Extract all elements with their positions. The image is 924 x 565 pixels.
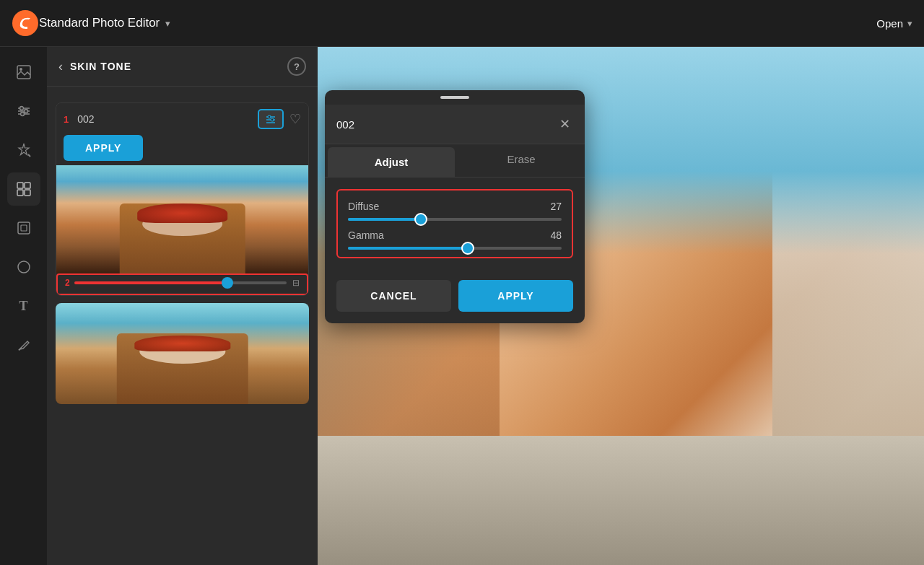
svg-point-22 xyxy=(271,118,274,121)
svg-point-7 xyxy=(19,107,23,110)
topbar: Standard Photo Editor ▾ Open ▾ xyxy=(0,0,924,47)
panel-help-button[interactable]: ? xyxy=(287,57,306,76)
sidebar-item-frame[interactable] xyxy=(7,211,40,245)
tab-adjust[interactable]: Adjust xyxy=(328,147,455,177)
item-apply-button[interactable]: APPLY xyxy=(64,135,143,161)
svg-point-17 xyxy=(18,261,30,273)
modal-dialog: 002 ✕ Adjust Erase xyxy=(325,90,585,323)
text-icon: T xyxy=(19,299,27,314)
open-label[interactable]: Open xyxy=(876,17,903,30)
item-adjust-button[interactable] xyxy=(258,109,284,129)
svg-point-9 xyxy=(20,113,24,116)
svg-point-8 xyxy=(24,110,27,113)
panel-back-button[interactable]: ‹ xyxy=(58,59,63,74)
apply-button[interactable]: APPLY xyxy=(458,280,573,312)
main-area: T ‹ SKIN TONE ? xyxy=(0,47,924,565)
panel-header: ‹ SKIN TONE ? xyxy=(47,47,318,87)
list-item[interactable]: 1 002 ♡ APPLY xyxy=(56,102,309,296)
title-chevron[interactable]: ▾ xyxy=(165,18,170,29)
sidebar-item-adjustments[interactable] xyxy=(7,95,40,128)
panel-list: 1 002 ♡ APPLY xyxy=(47,87,318,565)
svg-point-21 xyxy=(268,115,271,118)
panel-title: SKIN TONE xyxy=(70,61,287,72)
tab-erase[interactable]: Erase xyxy=(458,144,585,177)
item-with-slider: 2 ⊟ xyxy=(56,165,308,295)
svg-rect-15 xyxy=(18,222,30,234)
app-title: Standard Photo Editor xyxy=(39,16,160,30)
modal-body: Diffuse 27 Gamma 4 xyxy=(325,178,585,280)
item-thumbnail-2 xyxy=(56,165,308,273)
item-number-label: 002 xyxy=(77,113,252,125)
sidebar-item-text[interactable]: T xyxy=(7,289,40,323)
item-thumbnail-3 xyxy=(56,303,309,404)
svg-rect-14 xyxy=(25,190,30,196)
svg-rect-13 xyxy=(17,190,23,196)
svg-line-10 xyxy=(28,154,30,157)
modal-close-button[interactable]: ✕ xyxy=(557,115,573,133)
street xyxy=(318,436,924,566)
topbar-right: Open ▾ xyxy=(876,17,912,30)
modal-tabs: Adjust Erase xyxy=(325,144,585,178)
diffuse-slider-group: Diffuse 27 xyxy=(348,201,562,221)
svg-rect-12 xyxy=(25,183,30,188)
photo-area: 002 ✕ Adjust Erase xyxy=(318,47,924,565)
gamma-slider-group: Gamma 48 xyxy=(348,229,562,250)
svg-point-3 xyxy=(19,68,22,71)
open-chevron[interactable]: ▾ xyxy=(907,18,912,29)
app-logo[interactable] xyxy=(12,9,39,37)
svg-rect-11 xyxy=(17,183,23,188)
sidebar-item-circle[interactable] xyxy=(7,250,40,284)
slider-icon: ⊟ xyxy=(292,278,300,288)
slider-badge-2: 2 xyxy=(65,278,70,288)
svg-rect-2 xyxy=(17,66,30,79)
modal-scroll-indicator-area xyxy=(325,90,585,99)
sidebar-item-images[interactable] xyxy=(7,56,40,89)
skin-tone-panel: ‹ SKIN TONE ? xyxy=(47,47,318,565)
diffuse-slider-thumb[interactable] xyxy=(414,213,427,226)
list-item[interactable] xyxy=(56,303,309,404)
diffuse-slider-fill xyxy=(348,218,421,221)
mini-slider-thumb[interactable] xyxy=(222,277,233,289)
item-heart-button[interactable]: ♡ xyxy=(289,111,301,127)
sidebar-item-pen[interactable] xyxy=(7,328,40,362)
gamma-label: Gamma xyxy=(348,229,384,241)
item-slider-row[interactable]: 2 ⊟ xyxy=(56,273,308,295)
diffuse-slider-track[interactable] xyxy=(348,218,562,221)
item-label-bar: 1 002 ♡ xyxy=(56,103,308,135)
diffuse-label: Diffuse xyxy=(348,201,379,212)
gamma-slider-thumb[interactable] xyxy=(461,242,474,255)
app-title-area: Standard Photo Editor ▾ xyxy=(39,16,876,30)
gamma-label-row: Gamma 48 xyxy=(348,229,562,241)
svg-point-0 xyxy=(12,10,38,36)
gamma-slider-track[interactable] xyxy=(348,247,562,250)
modal-title: 002 xyxy=(336,118,557,131)
svg-rect-16 xyxy=(21,225,27,231)
modal-footer: CANCEL APPLY xyxy=(325,280,585,323)
item-apply-area: APPLY xyxy=(56,135,308,165)
cancel-button[interactable]: CANCEL xyxy=(336,280,451,312)
modal-header: 002 ✕ xyxy=(325,105,585,144)
diffuse-value: 27 xyxy=(550,201,562,212)
gamma-value: 48 xyxy=(550,229,562,241)
icon-toolbar: T xyxy=(0,47,47,565)
diffuse-label-row: Diffuse 27 xyxy=(348,201,562,212)
sidebar-item-magic[interactable] xyxy=(7,133,40,167)
mini-slider-track[interactable] xyxy=(74,281,287,284)
item-badge-1: 1 xyxy=(64,114,69,125)
scroll-indicator xyxy=(440,96,469,99)
sliders-section: Diffuse 27 Gamma 4 xyxy=(336,189,573,258)
gamma-slider-fill xyxy=(348,247,468,250)
sidebar-item-grid[interactable] xyxy=(7,172,40,206)
